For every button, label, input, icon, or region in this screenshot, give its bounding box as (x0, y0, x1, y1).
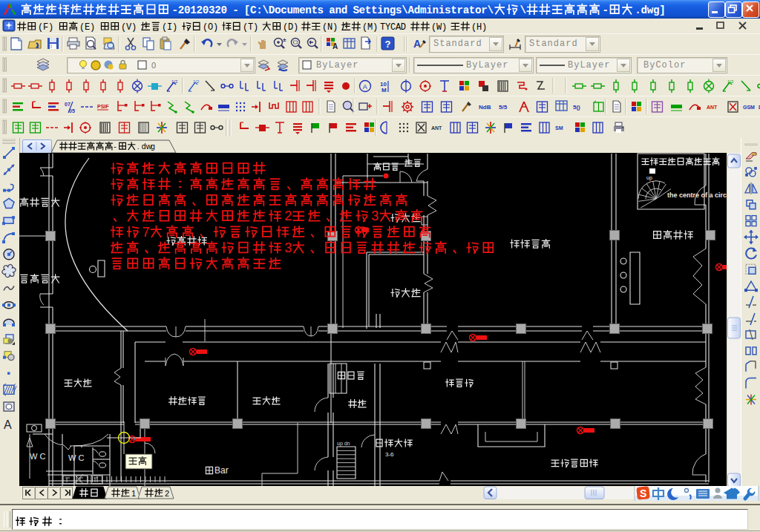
svg-text:S: S (640, 487, 646, 499)
svg-text:ANT: ANT (431, 125, 442, 131)
svg-text:): ) (172, 22, 177, 33)
svg-text:up dn: up dn (337, 441, 350, 447)
svg-text:±: ± (283, 36, 286, 43)
svg-text:2: 2 (214, 4, 221, 16)
svg-text:W C: W C (68, 453, 84, 462)
svg-text:ANT: ANT (707, 105, 718, 110)
svg-text::: : (256, 4, 263, 16)
svg-text:SM: SM (555, 125, 563, 131)
svg-text:1/2: 1/2 (727, 79, 734, 84)
svg-text:-: - (602, 4, 609, 16)
svg-text:A: A (332, 42, 338, 50)
svg-text:): ) (442, 22, 447, 33)
svg-text:5/5: 5/5 (499, 104, 508, 111)
svg-text:up: up (646, 175, 652, 181)
svg-text:t: t (371, 4, 378, 16)
svg-text:m: m (293, 4, 300, 16)
svg-text:A: A (4, 418, 12, 431)
svg-text:[: [ (244, 4, 251, 16)
svg-text:n: n (305, 4, 312, 16)
svg-text:3: 3 (209, 4, 215, 16)
svg-text:n: n (432, 4, 439, 16)
svg-text:n: n (335, 4, 342, 16)
svg-text:D: D (269, 4, 275, 16)
svg-text:M: M (381, 87, 387, 93)
svg-text:0: 0 (184, 4, 191, 16)
svg-text:r: r (456, 4, 463, 16)
svg-text:A: A (413, 38, 421, 50)
svg-text:1: 1 (131, 489, 136, 498)
svg-text:s: s (445, 4, 451, 16)
svg-text:.: . (137, 142, 140, 151)
svg-text:t: t (469, 4, 476, 16)
svg-text:): ) (373, 22, 378, 33)
svg-text:g: g (390, 4, 396, 16)
svg-text:5(): 5() (573, 104, 580, 111)
svg-text:\: \ (402, 4, 408, 16)
svg-text:0: 0 (151, 61, 156, 70)
svg-text:W C: W C (30, 452, 45, 461)
svg-text:3: 3 (284, 240, 292, 255)
svg-text:3: 3 (371, 208, 379, 223)
svg-text:s: s (318, 4, 324, 16)
svg-text:): ) (253, 22, 258, 33)
svg-text:d: d (414, 4, 421, 16)
svg-text:o: o (275, 4, 281, 16)
svg-text:n: n (384, 4, 390, 16)
svg-text:0: 0 (220, 4, 227, 16)
svg-text:): ) (293, 22, 298, 33)
svg-text:-: - (232, 4, 239, 16)
svg-text:-: - (172, 4, 179, 16)
svg-text:Bar: Bar (214, 465, 229, 476)
svg-text:1/2: 1/2 (193, 79, 200, 84)
svg-text:1: 1 (190, 4, 197, 16)
svg-text:0: 0 (203, 4, 209, 16)
svg-text:g: g (653, 4, 660, 16)
svg-text:1/2: 1/2 (171, 79, 178, 84)
svg-text:i: i (426, 4, 433, 16)
svg-text:d: d (341, 4, 348, 16)
svg-text:): ) (131, 22, 137, 33)
svg-text:d: d (641, 4, 648, 16)
svg-text:PSIF: PSIF (97, 104, 109, 109)
svg-text:.: . (635, 4, 641, 16)
svg-text:\: \ (262, 4, 269, 16)
svg-text:\: \ (520, 4, 526, 16)
svg-text:the centre of a circle: the centre of a circle (667, 191, 727, 199)
svg-text:D: D (401, 22, 406, 33)
svg-text:i: i (439, 4, 445, 16)
svg-text:): ) (482, 22, 487, 33)
svg-text:7: 7 (142, 225, 150, 240)
svg-text:s: s (396, 4, 402, 16)
svg-text:NdB: NdB (479, 104, 491, 111)
svg-text:2: 2 (178, 4, 185, 16)
svg-text:]: ] (659, 4, 666, 16)
svg-text:t: t (311, 4, 318, 16)
svg-text:2: 2 (284, 208, 292, 223)
svg-text:t: t (451, 4, 457, 16)
svg-text:e: e (299, 4, 306, 16)
svg-text:\: \ (488, 4, 494, 16)
svg-text:2: 2 (165, 489, 169, 498)
svg-text:): ) (332, 22, 338, 33)
svg-text:07: 07 (65, 102, 71, 107)
svg-text:3-6: 3-6 (385, 451, 394, 458)
svg-text:GSM: GSM (743, 105, 755, 110)
svg-text:i: i (377, 4, 384, 16)
svg-text:): ) (90, 22, 95, 33)
svg-text:?: ? (385, 39, 391, 50)
svg-text:-: - (114, 142, 117, 151)
svg-text:A: A (363, 83, 367, 91)
svg-text:): ) (48, 22, 53, 33)
svg-text:): ) (213, 22, 218, 33)
svg-text:u: u (286, 4, 293, 16)
svg-text:g: g (151, 142, 155, 151)
